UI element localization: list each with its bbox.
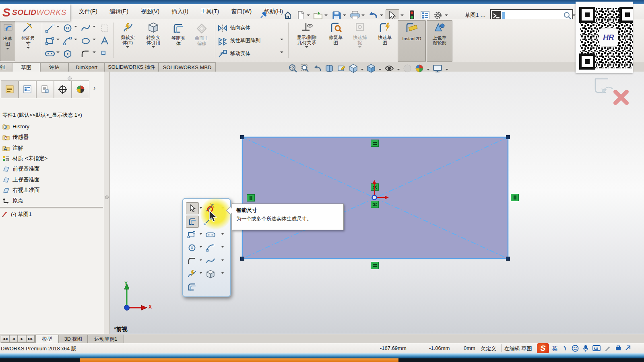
panel-splitter[interactable] <box>104 72 110 334</box>
shaded-contours-button[interactable]: 上色草图轮廓 <box>427 20 452 62</box>
linear-pattern-dropdown[interactable] <box>280 39 283 40</box>
linear-pattern-icon[interactable] <box>217 36 228 46</box>
circle-tool-dropdown[interactable] <box>74 26 77 27</box>
offset-entities-button[interactable]: 等距实体 <box>167 21 189 60</box>
tab-features[interactable]: 特征 <box>0 62 12 72</box>
view-settings-dropdown[interactable] <box>445 65 448 72</box>
view-settings-icon[interactable] <box>432 64 443 73</box>
move-entities-dropdown[interactable] <box>280 51 283 53</box>
tab-3d-views[interactable]: 3D 视图 <box>59 335 88 343</box>
doctab-next-button[interactable]: ▶ <box>18 335 26 343</box>
popup-arc-tool[interactable] <box>204 242 217 253</box>
convert-entities-dropdown[interactable] <box>152 46 155 48</box>
configurationmanager-tab[interactable] <box>36 80 54 98</box>
linear-pattern-button[interactable]: 线性草图阵列 <box>230 37 260 44</box>
popup-convert-dropdown[interactable] <box>221 272 224 274</box>
panel-collapse-handle[interactable] <box>68 76 72 80</box>
ime-handwriting-icon[interactable] <box>605 345 611 352</box>
display-relations-button[interactable]: 显示/删除几何关系 <box>291 21 323 60</box>
trim-entities-dropdown[interactable] <box>126 46 129 48</box>
mirror-entities-button[interactable]: 镜向实体 <box>230 25 250 31</box>
tab-motion-study[interactable]: 运动算例1 <box>88 335 124 343</box>
featuremanager-tree-tab[interactable] <box>1 80 19 98</box>
popup-fillet-tool[interactable] <box>186 255 198 267</box>
view-orientation-dropdown[interactable] <box>361 65 364 72</box>
ime-mic-icon[interactable] <box>583 345 588 352</box>
popup-convert-tool[interactable] <box>204 268 217 280</box>
menu-insert[interactable]: 插入(I) <box>167 4 194 19</box>
ime-settings-icon[interactable] <box>625 345 631 351</box>
exit-sketch-button[interactable]: 出草图 <box>0 21 15 61</box>
tree-item-right-plane[interactable]: 右视基准面 <box>2 185 40 195</box>
fillet-tool-icon[interactable] <box>80 49 90 59</box>
text-tool-icon[interactable] <box>100 36 109 46</box>
move-entities-icon[interactable] <box>217 49 228 59</box>
popup-spline-dropdown[interactable] <box>221 259 224 261</box>
menu-view[interactable]: 视图(V) <box>135 4 165 19</box>
rollback-bar[interactable] <box>0 207 103 208</box>
slot-tool-dropdown[interactable] <box>56 51 60 53</box>
popup-fillet-dropdown[interactable] <box>200 259 202 261</box>
tree-item-material[interactable]: 材质 <未指定> <box>2 154 47 163</box>
ime-toolbox-icon[interactable] <box>615 345 621 351</box>
slot-tool-icon[interactable] <box>44 49 56 58</box>
popup-spline-tool[interactable] <box>204 255 217 267</box>
popup-slot-dropdown[interactable] <box>221 233 224 235</box>
view-orientation-icon[interactable] <box>349 64 358 73</box>
mirror-entities-icon[interactable] <box>217 23 228 33</box>
spline-tool-dropdown[interactable] <box>93 26 96 27</box>
dimxpertmanager-tab[interactable] <box>54 80 72 98</box>
menu-file[interactable]: 文件(F) <box>74 4 103 19</box>
repair-sketch-button[interactable]: 修复草图 <box>324 21 347 60</box>
ime-emoji-icon[interactable] <box>572 345 579 352</box>
popup-rectangle-dropdown[interactable] <box>200 233 202 235</box>
fillet-tool-dropdown[interactable] <box>93 51 96 53</box>
ellipse-tool-icon[interactable] <box>80 36 91 46</box>
sogou-ime-icon[interactable]: S <box>537 343 549 354</box>
apply-scene-dropdown[interactable] <box>427 65 430 72</box>
ime-language-toggle[interactable]: 英 <box>552 345 557 352</box>
apply-scene-icon[interactable] <box>415 64 424 73</box>
doctab-prev-button[interactable]: ◀ <box>9 335 18 343</box>
line-tool-icon[interactable] <box>45 23 55 33</box>
search-magnifier-icon[interactable] <box>563 11 572 20</box>
tree-item-history[interactable]: History <box>2 121 29 131</box>
previous-view-icon[interactable] <box>312 64 322 73</box>
trim-entities-button[interactable]: 剪裁实体(T) <box>116 21 139 60</box>
tree-item-origin[interactable]: 原点 <box>2 196 23 206</box>
point-tool-icon[interactable] <box>101 50 106 56</box>
rectangle-tool-dropdown[interactable] <box>56 39 60 40</box>
popup-circle-dropdown[interactable] <box>200 246 202 248</box>
hide-show-items-icon[interactable] <box>384 64 394 73</box>
propertymanager-tab[interactable] <box>19 80 36 98</box>
tab-model[interactable]: 模型 <box>35 335 59 343</box>
popup-arc-dropdown[interactable] <box>221 246 224 248</box>
display-relations-dropdown[interactable] <box>305 46 308 48</box>
spline-tool-icon[interactable] <box>80 23 91 33</box>
ime-keyboard-icon[interactable] <box>592 345 601 351</box>
tree-item-annotations[interactable]: 注解 <box>2 143 23 153</box>
display-style-icon[interactable] <box>366 64 376 73</box>
hide-show-items-dropdown[interactable] <box>397 65 400 72</box>
popup-select-tool[interactable] <box>186 202 199 214</box>
ime-punctuation-icon[interactable] <box>563 346 568 351</box>
tree-item-top-plane[interactable]: 上视基准面 <box>2 175 40 185</box>
cancel-sketch-corner-icon[interactable] <box>612 88 630 106</box>
3d-drawing-view-icon[interactable] <box>336 64 346 73</box>
polygon-tool-icon[interactable] <box>63 49 72 59</box>
display-style-dropdown[interactable] <box>378 65 382 72</box>
smart-dimension-button[interactable]: 智能尺寸 <box>16 21 40 60</box>
popup-circle-tool[interactable] <box>186 242 198 253</box>
tab-dimxpert[interactable]: DimXpert <box>68 62 105 72</box>
menu-tools[interactable]: 工具(T) <box>195 4 224 19</box>
popup-trim-dropdown[interactable] <box>200 272 202 274</box>
arc-tool-icon[interactable] <box>63 36 72 46</box>
quick-sketch-button[interactable]: 快速草图 <box>374 21 396 60</box>
circle-tool-icon[interactable] <box>63 23 72 33</box>
popup-trim-tool[interactable] <box>186 268 198 280</box>
ellipse-tool-dropdown[interactable] <box>93 39 96 40</box>
menu-window[interactable]: 窗口(W) <box>226 4 257 19</box>
exit-sketch-dropdown[interactable] <box>6 48 9 49</box>
panel-expand-arrow[interactable]: › <box>93 84 95 92</box>
popup-offset-entities-tool[interactable] <box>186 281 198 292</box>
